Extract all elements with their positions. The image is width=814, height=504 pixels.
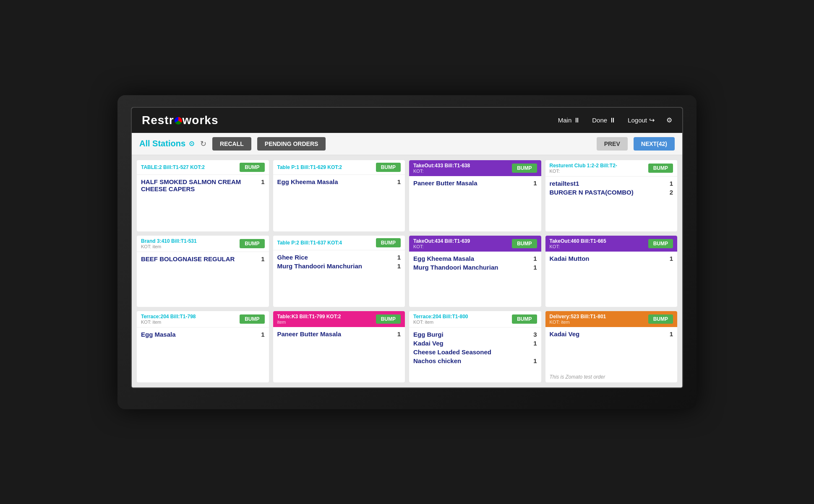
order-item: Murg Thandoori Manchurian1: [277, 262, 401, 270]
card-body-9: Egg Masala1: [137, 327, 269, 382]
order-item: Paneer Butter Masala1: [413, 179, 537, 187]
bump-button-7[interactable]: BUMP: [512, 239, 537, 248]
item-qty: 1: [670, 255, 673, 262]
item-name: Kadai Veg: [550, 330, 666, 338]
card-header-12: Delivery:523 Bill:T1-801KOT: itemBUMP: [545, 311, 678, 327]
item-name: Egg Burgi: [413, 331, 530, 338]
card-body-2: Egg Kheema Masala1: [273, 175, 405, 231]
card-header-info-11: Terrace:204 Bill:T1-800: [413, 314, 468, 320]
card-body-10: Paneer Butter Masala1: [273, 327, 405, 382]
card-sub-info-11: KOT: item: [413, 320, 468, 325]
item-name: Murg Thandoori Manchurian: [277, 262, 394, 270]
card-body-8: Kadai Mutton1: [545, 252, 678, 307]
bump-button-12[interactable]: BUMP: [648, 314, 673, 324]
nav-logout[interactable]: Logout ↪: [628, 116, 655, 124]
card-header-9: Terrace:204 Bill:T1-798KOT: itemBUMP: [137, 311, 269, 327]
all-stations-label: All Stations ⊙: [139, 139, 194, 148]
card-body-4: retailtest11BURGER N PASTA(COMBO)2: [545, 177, 678, 231]
order-item: Kadai Mutton1: [550, 255, 673, 262]
monitor: Restrworks Main ⏸ Done ⏸ Logout ↪ ⚙: [117, 95, 697, 409]
card-header-info-1: TABLE:2 Bill:T1-527 KOT:2: [141, 164, 205, 170]
order-card-10: Table:K3 Bill:T1-799 KOT:2itemBUMPPaneer…: [273, 311, 405, 382]
order-card-6: Table P:2 Bill:T1-637 KOT:4BUMPGhee Rice…: [273, 236, 405, 307]
card-header-7: TakeOut:434 Bill:T1-639KOT:BUMP: [409, 236, 541, 252]
card-header-info-5: Brand 3:410 Bill:T1-531: [141, 238, 197, 244]
bump-button-4[interactable]: BUMP: [648, 164, 673, 173]
item-qty: 1: [533, 264, 537, 271]
item-qty: 1: [670, 180, 673, 187]
prev-button[interactable]: PREV: [597, 137, 628, 151]
card-sub-info-3: KOT:: [413, 169, 470, 174]
item-name: BEEF BOLOGNAISE REGULAR: [141, 255, 258, 262]
order-item: Paneer Butter Masala1: [277, 330, 401, 338]
order-item: HALF SMOKED SALMON CREAM CHEESE CAPERS1: [141, 178, 265, 192]
item-name: Nachos chicken: [413, 357, 530, 364]
nav-main-label: Main: [558, 117, 572, 124]
item-qty: 2: [670, 189, 673, 196]
item-name: retailtest1: [550, 180, 666, 187]
nav-done-label: Done: [592, 117, 607, 124]
pending-orders-button[interactable]: PENDING ORDERS: [257, 137, 326, 151]
item-name: BURGER N PASTA(COMBO): [550, 189, 666, 196]
card-sub-info-8: KOT:: [550, 244, 606, 249]
item-name: Egg Masala: [141, 331, 258, 338]
item-name: Paneer Butter Masala: [277, 330, 394, 338]
bump-button-3[interactable]: BUMP: [512, 164, 537, 173]
item-qty: 1: [261, 178, 264, 185]
item-qty: 1: [533, 179, 537, 187]
order-card-7: TakeOut:434 Bill:T1-639KOT:BUMPEgg Kheem…: [409, 236, 541, 307]
next-button[interactable]: NEXT(42): [634, 137, 675, 151]
card-header-1: TABLE:2 Bill:T1-527 KOT:2BUMP: [137, 160, 269, 175]
card-header-6: Table P:2 Bill:T1-637 KOT:4BUMP: [273, 236, 405, 250]
nav-settings[interactable]: ⚙: [666, 116, 672, 124]
nav-logout-label: Logout: [628, 117, 647, 124]
card-header-info-4: Resturent Club 1:2-2 Bill:T2-: [550, 163, 617, 169]
card-body-12: Kadai Veg1: [545, 327, 678, 372]
item-qty: 1: [397, 178, 401, 185]
bump-button-6[interactable]: BUMP: [376, 238, 401, 247]
bump-button-11[interactable]: BUMP: [512, 314, 537, 324]
item-qty: 1: [533, 340, 537, 347]
card-body-5: BEEF BOLOGNAISE REGULAR1: [137, 252, 269, 307]
order-card-5: Brand 3:410 Bill:T1-531KOT: itemBUMPBEEF…: [137, 236, 269, 307]
order-card-11: Terrace:204 Bill:T1-800KOT: itemBUMPEgg …: [409, 311, 541, 382]
card-header-info-7: TakeOut:434 Bill:T1-639: [413, 238, 470, 244]
bump-button-8[interactable]: BUMP: [648, 239, 673, 248]
card-sub-info-4: KOT:: [550, 169, 617, 174]
bump-button-10[interactable]: BUMP: [376, 314, 401, 324]
card-header-info-2: Table P:1 Bill:T1-629 KOT:2: [277, 164, 342, 170]
done-icon: ⏸: [609, 117, 616, 124]
order-item: Ghee Rice1: [277, 254, 401, 261]
bump-button-5[interactable]: BUMP: [240, 239, 264, 248]
bump-button-9[interactable]: BUMP: [240, 314, 264, 324]
order-grid: TABLE:2 Bill:T1-527 KOT:2BUMPHALF SMOKED…: [132, 155, 682, 387]
card-body-3: Paneer Butter Masala1: [409, 176, 541, 231]
card-header-8: TakeOut:460 Bill:T1-665KOT:BUMP: [545, 236, 678, 252]
card-sub-info-7: KOT:: [413, 244, 470, 249]
card-header-info-9: Terrace:204 Bill:T1-798: [141, 314, 196, 320]
item-qty: 1: [533, 357, 537, 364]
card-header-5: Brand 3:410 Bill:T1-531KOT: itemBUMP: [137, 236, 269, 252]
logo-icon: [175, 117, 182, 125]
bump-button-2[interactable]: BUMP: [376, 163, 401, 172]
refresh-icon[interactable]: ↻: [200, 139, 206, 148]
card-header-4: Resturent Club 1:2-2 Bill:T2-KOT:BUMP: [545, 160, 678, 177]
order-card-4: Resturent Club 1:2-2 Bill:T2-KOT:BUMPret…: [545, 160, 678, 231]
card-body-6: Ghee Rice1Murg Thandoori Manchurian1: [273, 250, 405, 307]
item-qty: 1: [397, 254, 401, 261]
nav-done[interactable]: Done ⏸: [592, 117, 616, 124]
order-card-8: TakeOut:460 Bill:T1-665KOT:BUMPKadai Mut…: [545, 236, 678, 307]
screen: Restrworks Main ⏸ Done ⏸ Logout ↪ ⚙: [131, 107, 683, 388]
bump-button-1[interactable]: BUMP: [240, 163, 264, 172]
order-item: Egg Masala1: [141, 331, 265, 338]
order-card-9: Terrace:204 Bill:T1-798KOT: itemBUMPEgg …: [137, 311, 269, 382]
main-icon: ⏸: [574, 117, 580, 124]
order-item: BEEF BOLOGNAISE REGULAR1: [141, 255, 265, 262]
logo: Restrworks: [142, 114, 219, 127]
recall-button[interactable]: RECALL: [212, 137, 251, 151]
item-qty: 1: [670, 330, 673, 338]
nav-main[interactable]: Main ⏸: [558, 117, 581, 124]
card-header-info-3: TakeOut:433 Bill:T1-638: [413, 163, 470, 169]
card-sub-info-12: KOT: item: [550, 320, 606, 325]
order-item: Kadai Veg1: [550, 330, 673, 338]
